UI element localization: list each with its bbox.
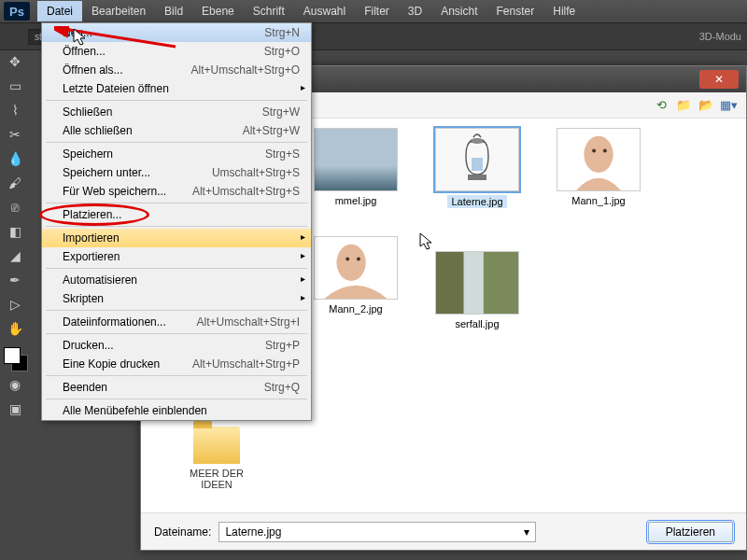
menu-fenster[interactable]: Fenster — [487, 1, 544, 21]
thumb-mann2-label: Mann_2.jpg — [329, 303, 383, 315]
menu-speichern-unter[interactable]: Speichern unter...Umschalt+Strg+S — [42, 163, 311, 182]
menu-separator — [46, 203, 307, 203]
menu-oeffnen-als-label: Öffnen als... — [63, 63, 122, 77]
viewmode-icon[interactable]: ▦▾ — [720, 97, 737, 114]
menu-neu[interactable]: Neu...Strg+N — [42, 23, 311, 42]
close-icon: ✕ — [714, 73, 724, 86]
left-tools: ✥ ▭ ⌇ ✂ 💧 🖌 ⎚ ◧ ◢ ✒ ▷ ✋ ◉ ▣ — [2, 50, 32, 420]
menu-filter[interactable]: Filter — [355, 1, 399, 21]
svg-point-15 — [592, 148, 596, 152]
file-menu-dropdown: Neu...Strg+N Öffnen...Strg+O Öffnen als.… — [41, 22, 312, 421]
menu-schrift[interactable]: Schrift — [244, 1, 294, 21]
svg-rect-22 — [463, 252, 484, 314]
menu-dateiinfo[interactable]: Dateiinformationen...Alt+Umschalt+Strg+I — [42, 313, 311, 331]
menu-oeffnen[interactable]: Öffnen...Strg+O — [42, 42, 311, 61]
file-thumbnails: mmel.jpg Laterne.jpg Mann_1.jpg Mann_2.j… — [309, 128, 737, 329]
menu-schliessen-label: Schließen — [63, 105, 112, 119]
menu-exportieren-label: Exportieren — [63, 250, 120, 263]
svg-point-16 — [603, 148, 607, 152]
menu-kopie-drucken[interactable]: Eine Kopie druckenAlt+Umschalt+Strg+P — [42, 355, 311, 373]
file-mann1[interactable]: Mann_1.jpg — [552, 128, 645, 208]
menu-kopie-drucken-label: Eine Kopie drucken — [63, 357, 160, 371]
menu-alle-schliessen[interactable]: Alle schließenAlt+Strg+W — [42, 121, 311, 140]
menu-schliessen[interactable]: SchließenStrg+W — [42, 103, 311, 121]
lasso-tool-icon[interactable]: ⌇ — [2, 99, 28, 121]
menu-importieren[interactable]: Importieren — [42, 229, 311, 247]
menu-datei[interactable]: Datei — [37, 1, 82, 21]
menu-exportieren[interactable]: Exportieren — [42, 247, 311, 266]
menu-kopie-drucken-shortcut: Alt+Umschalt+Strg+P — [192, 357, 300, 371]
place-button[interactable]: Platzieren — [648, 522, 733, 542]
pen-tool-icon[interactable]: ✒ — [2, 269, 28, 291]
filename-value: Laterne.jpg — [225, 525, 281, 539]
filename-label: Dateiname: — [154, 525, 211, 539]
menu-alle-einblenden[interactable]: Alle Menübefehle einblenden — [42, 401, 311, 420]
menu-separator — [46, 399, 307, 399]
svg-point-14 — [584, 136, 613, 173]
menu-speichern-label: Speichern — [63, 147, 113, 161]
menu-ebene[interactable]: Ebene — [192, 1, 244, 21]
menu-oeffnen-shortcut: Strg+O — [264, 45, 300, 58]
gradient-tool-icon[interactable]: ◢ — [2, 245, 28, 267]
folder-icon — [193, 427, 240, 464]
menu-schliessen-shortcut: Strg+W — [262, 105, 300, 119]
hand-tool-icon[interactable]: ✋ — [2, 317, 28, 340]
sidebar-folder[interactable]: MEER DER IDEEN — [175, 427, 259, 490]
sidebar-folder-label: MEER DER IDEEN — [175, 468, 259, 490]
path-select-tool-icon[interactable]: ▷ — [2, 293, 28, 315]
svg-point-20 — [357, 257, 360, 260]
brush-tool-icon[interactable]: 🖌 — [2, 172, 28, 194]
file-mann2[interactable]: Mann_2.jpg — [309, 236, 402, 329]
back-icon[interactable]: ⟲ — [653, 97, 669, 114]
quickmask-icon[interactable]: ◉ — [2, 373, 28, 396]
menu-speichern[interactable]: SpeichernStrg+S — [42, 145, 311, 163]
newfolder-icon[interactable]: 📂 — [698, 97, 714, 114]
file-laterne[interactable]: Laterne.jpg — [430, 128, 524, 208]
menu-beenden[interactable]: BeendenStrg+Q — [42, 378, 311, 397]
move-tool-icon[interactable]: ✥ — [2, 50, 28, 73]
thumb-himmel-label: mmel.jpg — [335, 195, 377, 206]
menu-auswahl[interactable]: Auswahl — [294, 1, 355, 21]
eraser-tool-icon[interactable]: ◧ — [2, 220, 28, 243]
file-himmel[interactable]: mmel.jpg — [309, 128, 402, 208]
menu-skripten[interactable]: Skripten — [42, 289, 311, 308]
menu-skripten-label: Skripten — [63, 292, 104, 305]
filename-combo[interactable]: Laterne.jpg ▾ — [218, 522, 536, 542]
menu-oeffnen-label: Öffnen... — [63, 45, 106, 58]
menu-letzte[interactable]: Letzte Dateien öffnen — [42, 79, 311, 98]
close-button[interactable]: ✕ — [699, 70, 739, 89]
menu-speichern-unter-label: Speichern unter... — [63, 166, 150, 179]
menu-bearbeiten[interactable]: Bearbeiten — [82, 1, 155, 21]
screenmode-icon[interactable]: ▣ — [2, 398, 28, 420]
menu-oeffnen-als[interactable]: Öffnen als...Alt+Umschalt+Strg+O — [42, 61, 311, 79]
menu-3d[interactable]: 3D — [399, 1, 431, 21]
file-wasserfall[interactable]: serfall.jpg — [430, 251, 524, 329]
menu-hilfe[interactable]: Hilfe — [543, 1, 585, 21]
menu-separator — [46, 268, 307, 269]
eyedropper-tool-icon[interactable]: 💧 — [2, 147, 28, 170]
menu-drucken[interactable]: Drucken...Strg+P — [42, 336, 311, 355]
menu-ansicht[interactable]: Ansicht — [431, 1, 486, 21]
color-swatches[interactable] — [2, 345, 28, 371]
menu-importieren-label: Importieren — [63, 231, 120, 245]
thumb-laterne-icon — [435, 128, 519, 191]
thumb-mann1-icon — [557, 128, 641, 191]
thumb-mann1-label: Mann_1.jpg — [571, 195, 626, 206]
menu-neu-shortcut: Strg+N — [264, 26, 300, 39]
crop-tool-icon[interactable]: ✂ — [2, 123, 28, 146]
foreground-swatch[interactable] — [4, 347, 21, 364]
menu-drucken-label: Drucken... — [63, 339, 114, 352]
menu-neu-label: Neu... — [63, 26, 92, 39]
svg-point-19 — [345, 257, 349, 260]
menu-bild[interactable]: Bild — [155, 1, 192, 21]
svg-point-10 — [470, 138, 485, 144]
menu-platzieren[interactable]: Platzieren... — [42, 205, 311, 224]
marquee-tool-icon[interactable]: ▭ — [2, 75, 28, 97]
up-icon[interactable]: 📁 — [675, 97, 692, 114]
stamp-tool-icon[interactable]: ⎚ — [2, 196, 28, 218]
menu-separator — [46, 142, 307, 143]
menu-automatisieren[interactable]: Automatisieren — [42, 271, 311, 289]
menu-letzte-label: Letzte Dateien öffnen — [63, 82, 169, 95]
menu-fuer-web[interactable]: Für Web speichern...Alt+Umschalt+Strg+S — [42, 182, 311, 201]
svg-point-18 — [336, 245, 365, 281]
